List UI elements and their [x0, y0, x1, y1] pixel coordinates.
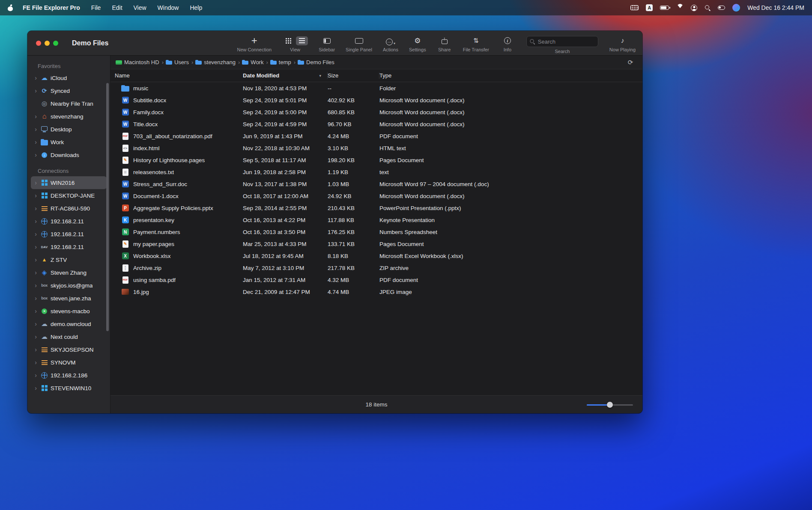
table-row[interactable]: Workbook.xlsx Jul 18, 2012 at 9:45 AM 8.… [110, 250, 642, 262]
disclosure-chevron-icon[interactable]: › [33, 205, 38, 212]
table-row[interactable]: Archive.zip May 7, 2012 at 3:10 PM 217.7… [110, 262, 642, 274]
table-row[interactable]: History of Lighthouse.pages Sep 5, 2018 … [110, 154, 642, 166]
table-row[interactable]: Subtitle.docx Sep 24, 2019 at 5:01 PM 40… [110, 94, 642, 106]
icon-size-slider[interactable] [587, 402, 633, 408]
battery-charging-icon[interactable] [660, 6, 669, 10]
table-row[interactable]: presentaton.key Oct 16, 2013 at 4:22 PM … [110, 214, 642, 226]
sidebar-item[interactable]: › RT-AC86U-590 [31, 202, 107, 215]
disclosure-chevron-icon[interactable]: › [33, 282, 38, 289]
sidebar-item[interactable]: › SKYJOSEPSON [31, 343, 107, 356]
disclosure-chevron-icon[interactable]: › [33, 359, 38, 366]
disclosure-chevron-icon[interactable]: › [33, 126, 38, 133]
table-row[interactable]: Family.docx Sep 24, 2019 at 5:00 PM 680.… [110, 106, 642, 118]
breadcrumb-item[interactable]: Users › [166, 59, 194, 65]
now-playing-button[interactable]: ♪ Now Playing [609, 36, 636, 52]
disclosure-chevron-icon[interactable]: › [33, 151, 38, 158]
keyboard-icon[interactable] [630, 5, 639, 10]
disclosure-chevron-icon[interactable]: › [33, 333, 38, 340]
table-row[interactable]: my paper.pages Mar 25, 2013 at 4:33 PM 1… [110, 238, 642, 250]
sidebar-item[interactable]: › DESKTOP-JANE [31, 189, 107, 202]
sidebar-item[interactable]: › 192.168.2.11 [31, 228, 107, 240]
disclosure-chevron-icon[interactable]: › [33, 192, 38, 199]
disclosure-chevron-icon[interactable]: › [33, 320, 38, 327]
account-icon[interactable] [691, 5, 697, 11]
disclosure-chevron-icon[interactable]: › [33, 87, 38, 94]
sidebar-item[interactable]: › WIN2016 [31, 176, 107, 189]
sidebar-item[interactable]: › Work [31, 136, 107, 148]
table-row[interactable]: Title.docx Sep 24, 2019 at 4:59 PM 96.70… [110, 118, 642, 130]
file-transfer-button[interactable]: ⇅ File Transfer [463, 36, 489, 52]
disclosure-chevron-icon[interactable]: › [33, 256, 38, 263]
disclosure-chevron-icon[interactable]: › [33, 295, 38, 302]
column-header-name[interactable]: Name [115, 72, 243, 79]
table-row[interactable]: Stress_and_Surr.doc Nov 13, 2017 at 1:38… [110, 178, 642, 190]
sidebar-item[interactable]: › 192.168.2.186 [31, 369, 107, 382]
table-row[interactable]: using samba.pdf Jan 15, 2012 at 7:31 AM … [110, 274, 642, 286]
app-menu-title[interactable]: FE File Explorer Pro [23, 4, 80, 11]
input-source-icon[interactable]: A [646, 4, 653, 11]
search-icon[interactable] [705, 5, 710, 11]
apple-menu-icon[interactable] [8, 4, 13, 11]
disclosure-chevron-icon[interactable]: › [33, 269, 38, 276]
breadcrumb-item[interactable]: stevenzhang › [195, 59, 240, 65]
sidebar-toggle-button[interactable]: Sidebar [319, 36, 335, 52]
table-row[interactable]: 703_all_about_notarization.pdf Jun 9, 20… [110, 130, 642, 142]
menu-item[interactable]: View [134, 4, 146, 11]
sidebar-item[interactable]: › SYNOVM [31, 356, 107, 369]
disclosure-chevron-icon[interactable]: › [33, 372, 38, 379]
sidebar-item[interactable]: › Synced [31, 84, 107, 97]
table-row[interactable]: music Nov 18, 2020 at 4:53 PM -- Folder [110, 82, 642, 94]
menu-item[interactable]: Help [190, 4, 202, 11]
menu-item[interactable]: Window [158, 4, 179, 11]
sidebar-item[interactable]: › stevens-macbo [31, 305, 107, 317]
close-button[interactable] [36, 41, 41, 46]
disclosure-chevron-icon[interactable]: › [33, 385, 38, 391]
breadcrumb-item[interactable]: Demo Files › [298, 59, 334, 65]
sidebar-item[interactable]: › Next could [31, 330, 107, 343]
sidebar-item[interactable]: › 192.168.2.11 [31, 215, 107, 228]
share-button[interactable]: Share [437, 36, 452, 52]
disclosure-chevron-icon[interactable]: › [33, 231, 38, 237]
table-row[interactable]: index.html Nov 22, 2018 at 10:30 AM 3.10… [110, 142, 642, 154]
control-center-icon[interactable] [718, 6, 725, 10]
actions-button[interactable]: ⋯ ▾ Actions [383, 36, 398, 52]
grid-view-button[interactable] [282, 36, 294, 45]
slider-thumb[interactable] [607, 402, 613, 408]
list-view-button[interactable] [296, 36, 308, 45]
sidebar-item[interactable]: › steven.jane.zha [31, 292, 107, 305]
disclosure-chevron-icon[interactable]: › [33, 243, 38, 250]
table-row[interactable]: 16.jpg Dec 21, 2009 at 12:47 PM 4.74 MB … [110, 286, 642, 298]
menu-item[interactable]: File [91, 4, 101, 11]
table-row[interactable]: Payment.numbers Oct 16, 2013 at 3:50 PM … [110, 226, 642, 238]
refresh-button[interactable]: ⟳ [624, 58, 636, 67]
sidebar-item[interactable]: › skyjos.ios@gma [31, 279, 107, 292]
breadcrumb-item[interactable]: Macintosh HD › [116, 59, 164, 65]
breadcrumb-item[interactable]: temp › [270, 59, 296, 65]
minimize-button[interactable] [45, 41, 50, 46]
disclosure-chevron-icon[interactable]: › [33, 74, 38, 81]
sidebar-item[interactable]: › Nearby File Tran [31, 97, 107, 110]
sidebar-item[interactable]: › stevenzhang [31, 110, 107, 123]
info-button[interactable]: i Info [500, 36, 515, 52]
disclosure-chevron-icon[interactable]: › [33, 346, 38, 353]
sidebar-item[interactable]: › iCloud [31, 71, 107, 84]
column-header-date-modified[interactable]: Date Modified ▾ [243, 72, 328, 79]
sidebar-scrollbar[interactable] [106, 83, 109, 331]
single-panel-button[interactable]: Single Panel [346, 36, 372, 52]
sidebar-item[interactable]: › Downloads [31, 148, 107, 161]
menu-item[interactable]: Edit [112, 4, 122, 11]
search-input[interactable] [526, 36, 598, 47]
table-row[interactable]: Aggregate Supply Policies.pptx Sep 28, 2… [110, 202, 642, 214]
column-header-type[interactable]: Type [379, 72, 642, 79]
sidebar-item[interactable]: › demo.owncloud [31, 317, 107, 330]
sidebar-item[interactable]: › STEVENWIN10 [31, 382, 107, 394]
disclosure-chevron-icon[interactable]: › [33, 113, 38, 120]
now-playing-app-icon[interactable] [732, 4, 740, 12]
disclosure-chevron-icon[interactable]: › [33, 308, 38, 314]
sidebar-item[interactable]: › Desktop [31, 123, 107, 136]
sidebar-item[interactable]: › Z STV [31, 253, 107, 266]
settings-button[interactable]: ⚙ Settings [409, 36, 426, 52]
sidebar-item[interactable]: › 192.168.2.11 [31, 240, 107, 253]
zoom-button[interactable] [53, 41, 58, 46]
table-row[interactable]: Document-1.docx Oct 18, 2017 at 12:00 AM… [110, 190, 642, 202]
